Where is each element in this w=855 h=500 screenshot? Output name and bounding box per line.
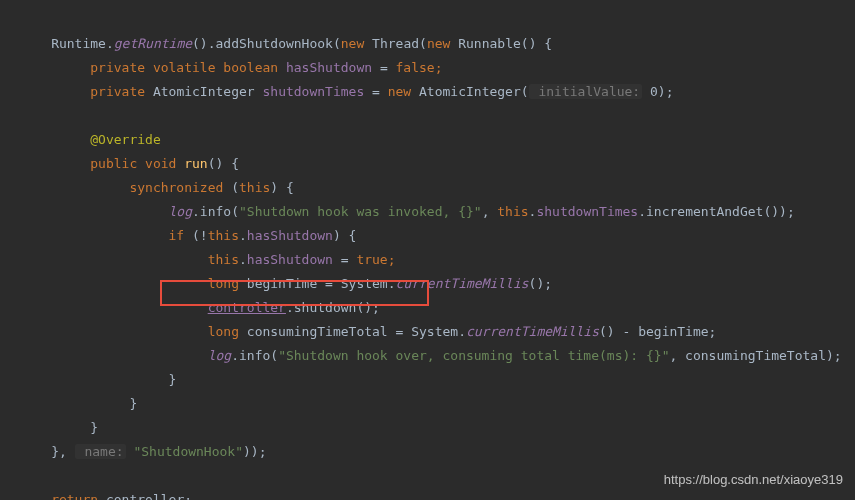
code-line: return controller; — [12, 492, 192, 500]
param-hint: initialValue: — [529, 84, 643, 99]
code-line: public void run() { — [12, 156, 239, 171]
code-line: } — [12, 396, 137, 411]
watermark-text: https://blog.csdn.net/xiaoye319 — [664, 468, 843, 492]
code-line: log.info("Shutdown hook over, consuming … — [12, 348, 842, 363]
code-editor[interactable]: Runtime.getRuntime().addShutdownHook(new… — [0, 0, 855, 500]
code-line: } — [12, 372, 176, 387]
code-line: this.hasShutdown = true; — [12, 252, 396, 267]
highlight-annotation — [160, 280, 429, 306]
code-line: long consumingTimeTotal = System.current… — [12, 324, 716, 339]
code-line: }, name: "ShutdownHook")); — [12, 444, 266, 459]
code-line — [12, 108, 20, 123]
param-hint: name: — [75, 444, 126, 459]
code-line: private volatile boolean hasShutdown = f… — [12, 60, 443, 75]
code-line: Runtime.getRuntime().addShutdownHook(new… — [12, 36, 552, 51]
code-line — [12, 468, 20, 483]
code-line: } — [12, 420, 98, 435]
code-line: private AtomicInteger shutdownTimes = ne… — [12, 84, 674, 99]
code-line: synchronized (this) { — [12, 180, 294, 195]
code-line: if (!this.hasShutdown) { — [12, 228, 356, 243]
code-line: log.info("Shutdown hook was invoked, {}"… — [12, 204, 795, 219]
code-line: @Override — [12, 132, 161, 147]
